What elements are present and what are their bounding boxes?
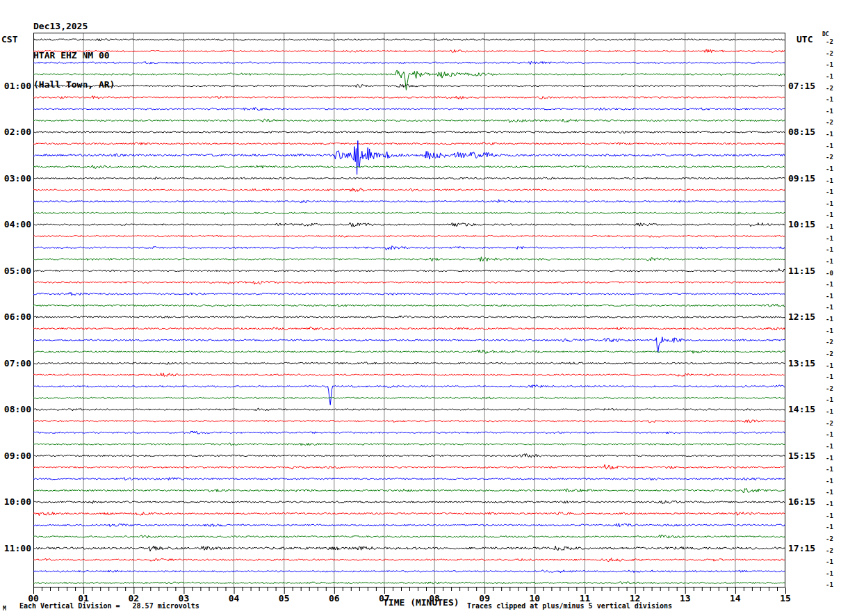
- seismogram-trace-row-35: [33, 443, 785, 446]
- dc-column-header: DC: [822, 31, 829, 38]
- seismogram-trace-row-1: [33, 49, 785, 52]
- clip-note: Traces clipped at plus/minus 5 vertical …: [467, 602, 672, 610]
- dc-offset-value: -2: [826, 420, 833, 427]
- seismogram-trace-row-24: [33, 316, 785, 318]
- seismogram-trace-row-39: [33, 488, 785, 492]
- seismogram-trace-row-26: [33, 337, 785, 353]
- left-timezone-label: CST: [1, 35, 17, 44]
- cst-hour-label: 07:00: [0, 359, 31, 368]
- dc-offset-value: -1: [826, 177, 833, 184]
- dc-offset-value: -1: [826, 131, 833, 138]
- seismogram-trace-row-20: [33, 268, 785, 271]
- seismogram-trace-row-30: [33, 385, 785, 405]
- seismogram-trace-row-28: [33, 362, 785, 364]
- time-axis-title: TIME (MINUTES): [383, 598, 459, 608]
- seismogram-trace-row-5: [33, 96, 785, 99]
- dc-offset-value: -2: [826, 547, 833, 554]
- dc-offset-value: -1: [826, 478, 833, 485]
- seismogram-trace-row-14: [33, 200, 785, 203]
- dc-offset-value: -1: [826, 512, 833, 519]
- seismogram-trace-row-46: [33, 570, 785, 573]
- seismogram-trace-row-19: [33, 257, 785, 262]
- cst-hour-label: 11:00: [0, 544, 31, 553]
- dc-offset-value: -1: [826, 293, 833, 300]
- seismogram-trace-row-7: [33, 119, 785, 122]
- dc-offset-value: -2: [826, 85, 833, 92]
- dc-offset-value: -1: [826, 489, 833, 496]
- dc-offset-value: -1: [826, 443, 833, 450]
- utc-hour-label: 07:15: [788, 81, 815, 91]
- title-date: Dec13,2025: [33, 22, 115, 31]
- dc-offset-value: -1: [826, 524, 833, 530]
- utc-hour-label: 15:15: [788, 451, 815, 461]
- cst-hour-label: 01:00: [0, 81, 31, 91]
- seismogram-trace-row-34: [33, 431, 785, 434]
- cst-hour-label: 02:00: [0, 127, 31, 137]
- dc-offset-value: -1: [826, 362, 833, 369]
- cst-hour-label: 08:00: [0, 405, 31, 414]
- dc-offset-value: -1: [826, 211, 833, 218]
- dc-offset-value: -1: [826, 316, 833, 323]
- dc-offset-value: -1: [826, 143, 833, 149]
- dc-offset-value: -1: [826, 258, 833, 265]
- dc-offset-value: -2: [826, 339, 833, 346]
- dc-offset-value: -1: [826, 304, 833, 311]
- cst-hour-label: 09:00: [0, 451, 31, 461]
- seismogram-plot: [33, 33, 785, 587]
- seismogram-trace-row-9: [33, 143, 785, 145]
- dc-offset-value: -1: [826, 373, 833, 380]
- dc-offset-value: -1: [826, 431, 833, 438]
- seismogram-trace-row-6: [33, 108, 785, 111]
- seismogram-trace-row-15: [33, 212, 785, 214]
- utc-hour-label: 13:15: [788, 359, 815, 368]
- dc-offset-value: -1: [826, 466, 833, 473]
- dc-offset-value: -1: [826, 200, 833, 207]
- seismogram-trace-row-40: [33, 501, 785, 504]
- dc-offset-value: -2: [826, 119, 833, 126]
- dc-offset-value: -1: [826, 165, 833, 172]
- seismogram-trace-row-18: [33, 246, 785, 250]
- seismogram-trace-row-3: [33, 70, 785, 90]
- seismogram-trace-row-16: [33, 222, 785, 227]
- seismogram-trace-row-31: [33, 397, 785, 399]
- dc-offset-value: -1: [826, 396, 833, 403]
- dc-offset-value: -1: [826, 570, 833, 577]
- utc-hour-label: 08:15: [788, 127, 815, 137]
- dc-offset-value: -1: [826, 73, 833, 80]
- seismogram-trace-row-33: [33, 420, 785, 423]
- seismogram-trace-row-32: [33, 408, 785, 411]
- dc-offset-value: -1: [826, 455, 833, 462]
- cst-hour-label: 04:00: [0, 220, 31, 229]
- seismogram-trace-row-2: [33, 61, 785, 64]
- dc-offset-value: -1: [826, 235, 833, 242]
- dc-offset-value: -1: [826, 96, 833, 103]
- watermark-glyph: M: [3, 606, 6, 612]
- dc-offset-value: -1: [826, 581, 833, 588]
- utc-hour-label: 11:15: [788, 266, 815, 276]
- seismogram-trace-row-27: [33, 350, 785, 353]
- seismogram-trace-row-36: [33, 454, 785, 457]
- dc-offset-value: -2: [826, 535, 833, 542]
- dc-offset-value: -1: [826, 223, 833, 230]
- seismogram-trace-row-4: [33, 84, 785, 87]
- dc-offset-value: -2: [826, 385, 833, 392]
- seismogram-trace-row-11: [33, 165, 785, 169]
- seismogram-trace-row-25: [33, 327, 785, 330]
- seismogram-trace-row-38: [33, 478, 785, 480]
- seismogram-trace-row-47: [33, 582, 785, 584]
- seismogram-trace-row-45: [33, 558, 785, 562]
- dc-offset-value: -2: [826, 50, 833, 57]
- dc-offset-value: -2: [826, 154, 833, 161]
- utc-hour-label: 16:15: [788, 497, 815, 507]
- utc-hour-label: 09:15: [788, 174, 815, 184]
- dc-offset-value: -0: [826, 270, 833, 277]
- dc-offset-value: -1: [826, 501, 833, 508]
- seismogram-trace-row-10: [33, 140, 785, 175]
- cst-hour-label: 03:00: [0, 174, 31, 184]
- cst-hour-label: 10:00: [0, 497, 31, 507]
- dc-offset-value: -1: [826, 246, 833, 253]
- cst-hour-label: 06:00: [0, 312, 31, 322]
- utc-hour-label: 10:15: [788, 220, 815, 229]
- seismogram-trace-row-42: [33, 524, 785, 527]
- seismogram-trace-row-21: [33, 281, 785, 284]
